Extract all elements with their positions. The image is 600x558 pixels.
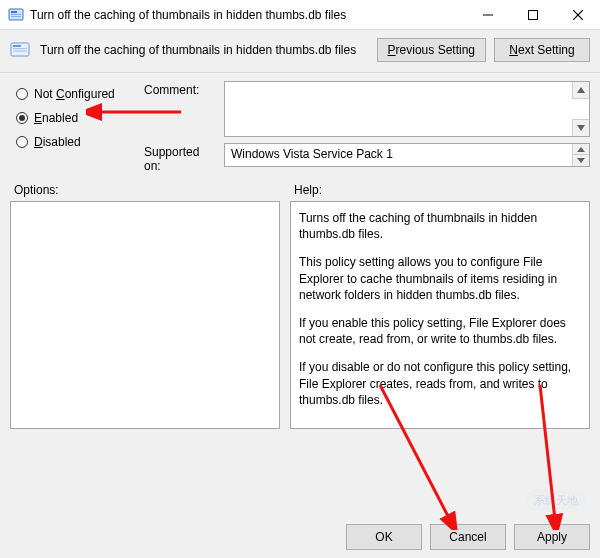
ok-button[interactable]: OK [346, 524, 422, 550]
svg-rect-11 [13, 51, 27, 52]
options-heading: Options: [10, 183, 280, 201]
radio-label: Disabled [34, 135, 81, 149]
nav-buttons: Previous Setting Next Setting [377, 38, 590, 62]
comment-textarea[interactable] [224, 81, 590, 137]
radio-icon [16, 88, 28, 100]
help-column: Help: Turns off the caching of thumbnail… [290, 183, 590, 429]
help-paragraph: If you enable this policy setting, File … [299, 315, 581, 347]
radio-label: Not Configured [34, 87, 115, 101]
options-help-section: Options: Help: Turns off the caching of … [0, 173, 600, 429]
scroll-up-icon[interactable] [572, 82, 589, 99]
comment-label: Comment: [144, 81, 218, 97]
close-button[interactable] [555, 0, 600, 29]
previous-setting-button[interactable]: Previous Setting [377, 38, 486, 62]
radio-not-configured[interactable]: Not Configured [16, 87, 144, 101]
svg-rect-10 [13, 48, 27, 49]
maximize-button[interactable] [510, 0, 555, 29]
policy-header: Turn off the caching of thumbnails in hi… [0, 30, 600, 72]
radio-icon [16, 112, 28, 124]
fields-column: Comment: Supported on: Windows Vista Ser… [144, 81, 590, 173]
help-heading: Help: [290, 183, 590, 201]
supported-row: Supported on: Windows Vista Service Pack… [144, 143, 590, 173]
title-bar: Turn off the caching of thumbnails in hi… [0, 0, 600, 30]
minimize-button[interactable] [465, 0, 510, 29]
scroll-down-icon[interactable] [572, 119, 589, 136]
radio-label: Enabled [34, 111, 78, 125]
next-setting-button[interactable]: Next Setting [494, 38, 590, 62]
svg-rect-3 [11, 16, 21, 17]
configuration-block: Not Configured Enabled Disabled Comment:… [0, 77, 600, 173]
svg-rect-5 [528, 10, 537, 19]
svg-marker-15 [577, 158, 585, 163]
help-paragraph: If you disable or do not configure this … [299, 359, 581, 408]
policy-icon [10, 40, 30, 60]
svg-rect-1 [11, 11, 17, 13]
svg-marker-14 [577, 147, 585, 152]
app-icon [8, 7, 24, 23]
scroll-down-icon[interactable] [572, 154, 589, 166]
svg-rect-2 [11, 14, 21, 15]
divider [0, 72, 600, 73]
watermark-badge: 系统天地 [526, 489, 586, 512]
help-panel[interactable]: Turns off the caching of thumbnails in h… [290, 201, 590, 429]
svg-marker-13 [577, 125, 585, 131]
policy-name-text: Turn off the caching of thumbnails in hi… [40, 43, 367, 57]
help-paragraph: This policy setting allows you to config… [299, 254, 581, 303]
supported-value: Windows Vista Service Pack 1 [225, 144, 589, 164]
svg-rect-9 [13, 45, 21, 47]
radio-disabled[interactable]: Disabled [16, 135, 144, 149]
svg-rect-8 [11, 43, 29, 56]
state-radio-group: Not Configured Enabled Disabled [16, 81, 144, 173]
svg-marker-12 [577, 87, 585, 93]
options-column: Options: [10, 183, 280, 429]
radio-enabled[interactable]: Enabled [16, 111, 144, 125]
supported-textarea[interactable]: Windows Vista Service Pack 1 [224, 143, 590, 167]
comment-row: Comment: [144, 81, 590, 137]
apply-button[interactable]: Apply [514, 524, 590, 550]
dialog-buttons: OK Cancel Apply [346, 524, 590, 550]
radio-icon [16, 136, 28, 148]
comment-value [225, 82, 589, 88]
supported-label: Supported on: [144, 143, 218, 173]
options-panel[interactable] [10, 201, 280, 429]
cancel-button[interactable]: Cancel [430, 524, 506, 550]
help-paragraph: Turns off the caching of thumbnails in h… [299, 210, 581, 242]
window-title: Turn off the caching of thumbnails in hi… [30, 8, 465, 22]
window-buttons [465, 0, 600, 29]
